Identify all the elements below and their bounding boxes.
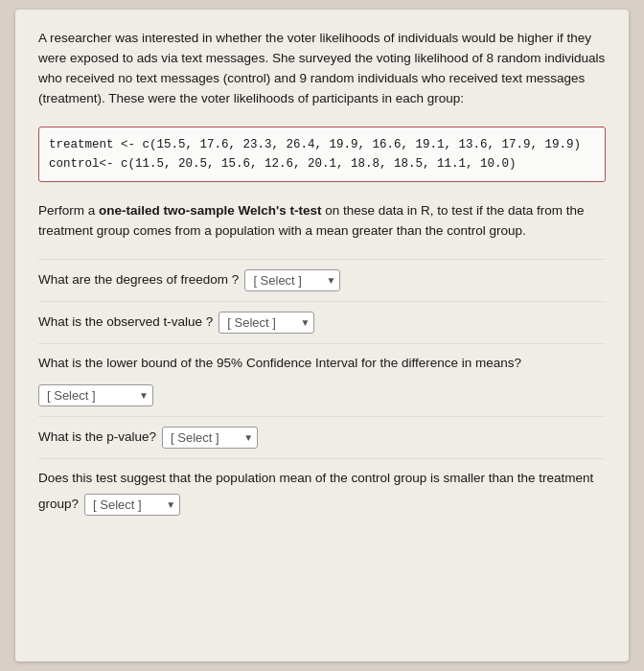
select-conclusion[interactable]: [ Select ] Yes No <box>84 494 180 516</box>
select-wrapper-2[interactable]: [ Select ] 1.23 2.01 0.95 ▼ <box>218 312 314 334</box>
perform-bold: one-tailed two-sample Welch's t-test <box>99 203 322 218</box>
select-wrapper-5[interactable]: [ Select ] Yes No ▼ <box>84 494 180 516</box>
select-degrees-freedom[interactable]: [ Select ] 12.5 14.3 15.0 <box>244 269 340 291</box>
select-t-value[interactable]: [ Select ] 1.23 2.01 0.95 <box>218 312 314 334</box>
question-row-2: What is the observed t-value ? [ Select … <box>38 301 606 343</box>
intro-paragraph: A researcher was interested in whether t… <box>38 29 606 109</box>
page-container: A researcher was interested in whether t… <box>15 10 629 661</box>
code-line-2: control<- c(11.5, 20.5, 15.6, 12.6, 20.1… <box>49 154 595 174</box>
code-block: treatment <- c(15.5, 17.6, 23.3, 26.4, 1… <box>38 127 606 182</box>
question-2-text: What is the observed t-value ? <box>38 312 213 332</box>
perform-paragraph: Perform a one-tailed two-sample Welch's … <box>38 201 606 242</box>
perform-text-part1: Perform a <box>38 203 99 218</box>
question-3-text: What is the lower bound of the 95% Confi… <box>38 354 521 373</box>
code-line-1: treatment <- c(15.5, 17.6, 23.3, 26.4, 1… <box>49 135 595 154</box>
question-1-text: What are the degrees of freedom ? <box>38 270 239 289</box>
question-row-1: What are the degrees of freedom ? [ Sele… <box>38 259 606 301</box>
last-question-line2-prefix: group? <box>38 495 79 514</box>
question-row-4: What is the p-value? [ Select ] 0.05 0.1… <box>38 416 606 458</box>
select-lower-bound[interactable]: [ Select ] -1.5 0.2 2.1 <box>38 384 153 406</box>
question-row-3: What is the lower bound of the 95% Confi… <box>38 343 606 416</box>
question-4-text: What is the p-value? <box>38 428 156 447</box>
last-question-line2: group? [ Select ] Yes No ▼ <box>38 494 180 516</box>
last-question-block: Does this test suggest that the populati… <box>38 458 606 521</box>
select-wrapper-4[interactable]: [ Select ] 0.05 0.12 0.03 ▼ <box>162 427 258 449</box>
select-wrapper-1[interactable]: [ Select ] 12.5 14.3 15.0 ▼ <box>244 269 340 291</box>
select-wrapper-3[interactable]: [ Select ] -1.5 0.2 2.1 ▼ <box>38 384 153 406</box>
select-p-value[interactable]: [ Select ] 0.05 0.12 0.03 <box>162 427 258 449</box>
last-question-line1: Does this test suggest that the populati… <box>38 469 593 488</box>
